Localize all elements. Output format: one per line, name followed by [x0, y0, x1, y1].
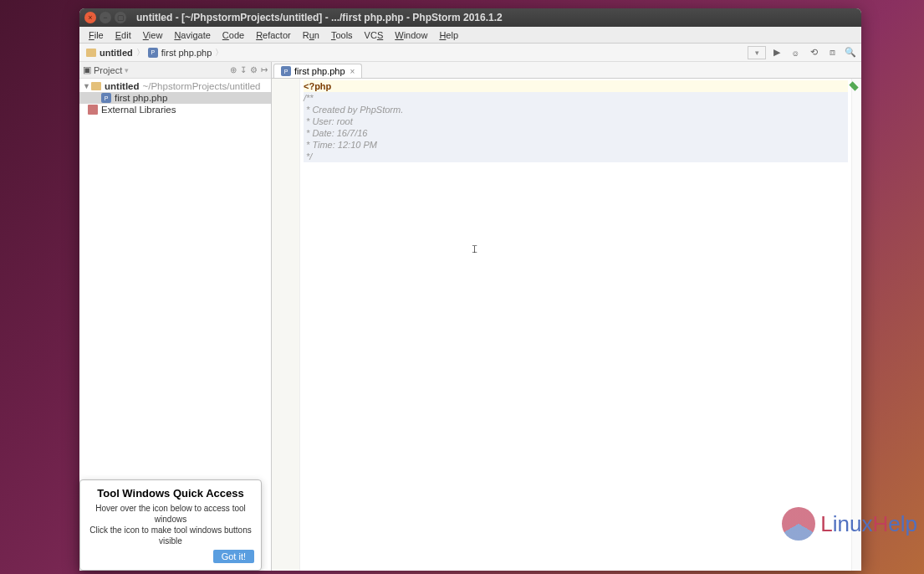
php-icon: P [148, 48, 158, 58]
code-area[interactable]: <?php/** * Created by PhpStorm. * User: … [300, 79, 851, 571]
menu-edit[interactable]: Edit [110, 28, 137, 42]
tree-root-label: untitled [105, 81, 140, 91]
code-line: * Created by PhpStorm. [304, 105, 403, 115]
tree-root[interactable]: ▼ untitled ~/PhpstormProjects/untitled [79, 80, 271, 92]
hide-icon[interactable]: ↦ [261, 65, 268, 74]
menu-view[interactable]: View [137, 28, 169, 42]
toolbar-right: ▾ ▶ ⌾ ⟲ ⧈ 🔍 [748, 45, 858, 60]
editor-tab-label: first php.php [294, 66, 345, 76]
gear-icon[interactable]: ⚙ [250, 65, 258, 74]
menu-file[interactable]: File [83, 28, 110, 42]
minimize-icon[interactable]: − [100, 12, 111, 23]
php-icon: P [281, 66, 291, 76]
breadcrumb-file[interactable]: P first php.php [145, 48, 216, 58]
project-pane-header[interactable]: ▣ Project ▾ ⊕ ↧ ⚙ ↦ [79, 62, 271, 79]
tree-file-label: first php.php [115, 93, 167, 103]
code-line: * Date: 16/7/16 [304, 128, 367, 138]
search-icon[interactable]: 🔍 [843, 45, 858, 60]
breadcrumb-root-label: untitled [100, 48, 133, 58]
stop-icon[interactable]: ⧈ [824, 45, 840, 60]
menu-navigate[interactable]: Navigate [168, 28, 216, 42]
tooltip-body-line: Click the icon to make tool windows butt… [89, 525, 251, 546]
titlebar[interactable]: × − ▢ untitled - [~/PhpstormProjects/unt… [79, 8, 861, 27]
dropdown-icon[interactable]: ▾ [125, 66, 129, 74]
debug-icon[interactable]: ⌾ [788, 45, 803, 60]
chevron-right-icon: 〉 [136, 47, 145, 59]
tree-file[interactable]: P first php.php [79, 92, 271, 104]
project-pane-title: Project [94, 65, 122, 75]
breadcrumb-root[interactable]: untitled [83, 48, 136, 58]
collapse-icon[interactable]: ↧ [240, 65, 247, 74]
close-icon[interactable]: × [350, 67, 355, 76]
project-pane-icon: ▣ [83, 64, 91, 75]
tree-root-path: ~/PhpstormProjects/untitled [143, 81, 261, 91]
close-icon[interactable]: × [84, 12, 96, 23]
editor-tab[interactable]: P first php.php × [273, 64, 362, 78]
library-icon [88, 105, 98, 115]
tree-external-libs[interactable]: External Libraries [79, 104, 271, 115]
folder-icon [91, 82, 101, 90]
breadcrumb-file-label: first php.php [161, 48, 212, 58]
menu-run[interactable]: Run [297, 28, 325, 42]
status-indicator-icon [849, 81, 858, 90]
menu-vcs[interactable]: VCS [359, 28, 390, 42]
code-line: <?php [304, 81, 331, 91]
code-line: */ [304, 151, 312, 161]
chevron-down-icon[interactable]: ▼ [83, 82, 91, 90]
watermark-text: LinuxHelp [820, 511, 917, 537]
text-cursor-icon: 𝙸 [471, 243, 478, 256]
right-gutter [851, 79, 861, 571]
tooltip-title: Tool Windows Quick Access [87, 487, 254, 500]
php-icon: P [101, 93, 111, 103]
editor-content[interactable]: <?php/** * Created by PhpStorm. * User: … [272, 79, 861, 571]
menu-window[interactable]: Window [389, 28, 433, 42]
tooltip-body-line: Hover over the icon below to access tool… [95, 504, 246, 524]
maximize-icon[interactable]: ▢ [115, 12, 126, 23]
editor-tabs: P first php.php × [272, 62, 861, 79]
linuxhelp-logo-icon [782, 507, 815, 541]
code-line: * User: root [304, 116, 353, 126]
run-config-selector[interactable]: ▾ [748, 46, 766, 59]
run-icon[interactable]: ▶ [769, 45, 784, 60]
tool-windows-tooltip: Tool Windows Quick Access Hover over the… [79, 479, 262, 571]
tooltip-body: Hover over the icon below to access tool… [87, 503, 254, 546]
line-gutter [272, 79, 300, 571]
menu-tools[interactable]: Tools [325, 28, 359, 42]
window-title: untitled - [~/PhpstormProjects/untitled]… [136, 12, 503, 23]
target-icon[interactable]: ⊕ [230, 65, 237, 74]
editor-area: P first php.php × <?php/** * Created by … [272, 62, 861, 571]
menu-code[interactable]: Code [217, 28, 250, 42]
code-line: /** [304, 93, 314, 103]
got-it-button[interactable]: Got it! [213, 550, 254, 563]
coverage-icon[interactable]: ⟲ [806, 45, 821, 60]
code-line: * Time: 12:10 PM [304, 140, 377, 150]
breadcrumb-bar: untitled 〉 P first php.php 〉 ▾ ▶ ⌾ ⟲ ⧈ 🔍 [79, 44, 861, 62]
menu-help[interactable]: Help [433, 28, 464, 42]
folder-icon [86, 49, 96, 57]
tree-external-label: External Libraries [101, 105, 176, 115]
watermark: LinuxHelp [782, 507, 917, 541]
chevron-right-icon: 〉 [215, 47, 223, 59]
menubar: File Edit View Navigate Code Refactor Ru… [79, 27, 861, 44]
menu-refactor[interactable]: Refactor [250, 28, 297, 42]
